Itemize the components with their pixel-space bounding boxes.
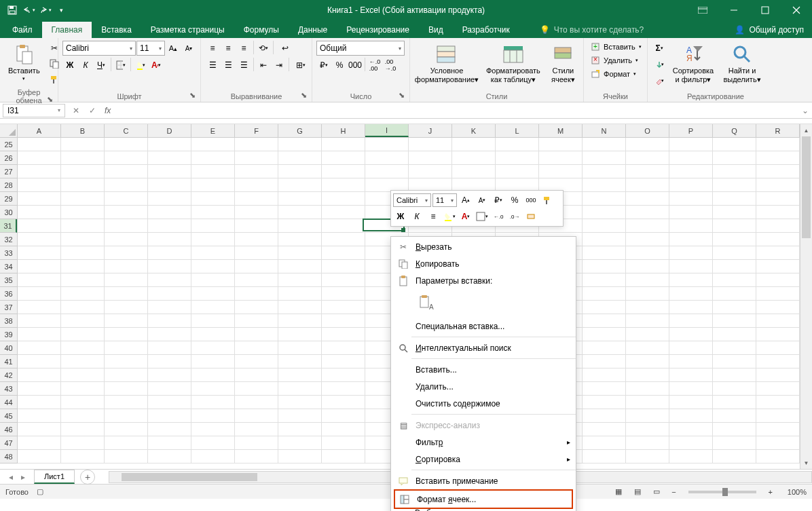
column-header-D[interactable]: D — [148, 124, 191, 137]
align-center-icon[interactable]: ☰ — [221, 58, 236, 73]
sheet-next-icon[interactable]: ▸ — [18, 472, 29, 482]
ctx-delete[interactable]: Удалить... — [391, 378, 576, 395]
enter-formula-icon[interactable]: ✓ — [84, 104, 100, 117]
mini-inc-decimal-icon[interactable]: ←.0 — [491, 209, 506, 224]
mini-bold-icon[interactable]: Ж — [393, 209, 408, 224]
mini-dec-decimal-icon[interactable]: .0→ — [507, 209, 522, 224]
tell-me-search[interactable]: 💡 Что вы хотите сделать? — [533, 22, 651, 38]
tab-formulas[interactable]: Формулы — [234, 22, 289, 38]
font-color-icon[interactable]: А▾ — [149, 58, 164, 73]
currency-icon[interactable]: ₽▾ — [316, 58, 331, 73]
increase-font-icon[interactable]: A▴ — [166, 41, 181, 56]
autosum-icon[interactable]: Σ▾ — [652, 41, 667, 56]
mini-size-combo[interactable]: 11▾ — [432, 193, 457, 207]
macro-record-icon[interactable]: ▢ — [37, 487, 43, 496]
fx-icon[interactable]: fx — [105, 106, 111, 115]
row-header-39[interactable]: 39 — [0, 328, 17, 341]
mini-fill-color-icon[interactable]: ▾ — [442, 209, 457, 224]
decrease-decimal-icon[interactable]: .00→.0 — [383, 58, 398, 73]
tab-view[interactable]: Вид — [419, 22, 453, 38]
row-header-35[interactable]: 35 — [0, 273, 17, 287]
column-header-F[interactable]: F — [235, 124, 278, 137]
row-header-44[interactable]: 44 — [0, 396, 17, 409]
ctx-insert[interactable]: Вставить... — [391, 361, 576, 378]
italic-icon[interactable]: К — [78, 58, 93, 73]
column-header-A[interactable]: A — [18, 124, 61, 137]
cell-styles-button[interactable]: Стилиячеек▾ — [547, 41, 579, 87]
row-header-37[interactable]: 37 — [0, 301, 17, 314]
row-header-47[interactable]: 47 — [0, 436, 17, 450]
row-header-29[interactable]: 29 — [0, 192, 17, 206]
mini-decrease-font-icon[interactable]: A▾ — [475, 193, 490, 208]
wrap-text-icon[interactable]: ↩ — [276, 41, 295, 56]
mini-font-color-icon[interactable]: А▾ — [458, 209, 473, 224]
tab-data[interactable]: Данные — [289, 22, 337, 38]
row-header-40[interactable]: 40 — [0, 341, 17, 355]
ctx-copy[interactable]: Копировать — [391, 255, 576, 272]
row-header-41[interactable]: 41 — [0, 355, 17, 368]
maximize-icon[interactable] — [750, 0, 781, 20]
align-bottom-icon[interactable]: ≡ — [236, 41, 251, 56]
mini-borders-icon[interactable]: ▾ — [475, 209, 490, 224]
name-box[interactable]: I31▾ — [3, 104, 65, 117]
number-launcher-icon[interactable]: ⬊ — [397, 91, 405, 99]
column-header-C[interactable]: C — [105, 124, 148, 137]
format-as-table-button[interactable]: Форматироватькак таблицу▾ — [482, 41, 545, 87]
select-all-button[interactable] — [0, 124, 18, 138]
sheet-tab[interactable]: Лист1 — [34, 470, 75, 484]
fill-icon[interactable]: ▾ — [652, 57, 667, 72]
font-size-combo[interactable]: 11▾ — [136, 41, 165, 56]
row-header-43[interactable]: 43 — [0, 382, 17, 396]
minimize-icon[interactable] — [718, 0, 750, 20]
row-header-45[interactable]: 45 — [0, 409, 17, 423]
increase-decimal-icon[interactable]: ←.0.00 — [367, 58, 382, 73]
find-select-button[interactable]: Найти ивыделить▾ — [720, 41, 764, 87]
fill-color-icon[interactable]: ▾ — [133, 58, 148, 73]
tab-review[interactable]: Рецензирование — [337, 22, 419, 38]
align-top-icon[interactable]: ≡ — [205, 41, 220, 56]
percent-icon[interactable]: % — [332, 58, 347, 73]
align-middle-icon[interactable]: ≡ — [221, 41, 236, 56]
delete-cells-button[interactable]: × Удалить ▾ — [588, 54, 646, 67]
column-header-J[interactable]: J — [409, 124, 452, 137]
redo-icon[interactable]: ▾ — [38, 3, 52, 17]
row-header-33[interactable]: 33 — [0, 246, 17, 260]
row-header-42[interactable]: 42 — [0, 368, 17, 382]
ctx-insert-comment[interactable]: Вставить примечание — [391, 472, 576, 489]
mini-align-icon[interactable]: ≡ — [426, 209, 441, 224]
normal-view-icon[interactable]: ▦ — [610, 486, 627, 498]
sort-filter-button[interactable]: АЯ Сортировкаи фильтр▾ — [669, 41, 717, 87]
merge-icon[interactable]: ⊞▾ — [291, 58, 310, 73]
tab-developer[interactable]: Разработчик — [453, 22, 519, 38]
sheet-prev-icon[interactable]: ◂ — [5, 472, 16, 482]
tab-insert[interactable]: Вставка — [92, 22, 141, 38]
align-right-icon[interactable]: ☰ — [236, 58, 251, 73]
alignment-launcher-icon[interactable]: ⬊ — [299, 91, 308, 99]
align-left-icon[interactable]: ☰ — [205, 58, 220, 73]
row-header-32[interactable]: 32 — [0, 233, 17, 246]
column-header-H[interactable]: H — [322, 124, 365, 137]
increase-indent-icon[interactable]: ⇥ — [272, 58, 287, 73]
mini-font-combo[interactable]: Calibri▾ — [393, 193, 431, 207]
row-header-36[interactable]: 36 — [0, 287, 17, 301]
bold-icon[interactable]: Ж — [62, 58, 77, 73]
save-icon[interactable] — [5, 3, 19, 17]
row-header-38[interactable]: 38 — [0, 314, 17, 328]
ctx-paste-special[interactable]: Специальная вставка... — [391, 318, 576, 335]
row-header-31[interactable]: 31 — [0, 219, 17, 233]
zoom-level[interactable]: 100% — [779, 488, 807, 496]
column-header-O[interactable]: O — [626, 124, 669, 137]
underline-icon[interactable]: Ч▾ — [94, 58, 109, 73]
column-header-B[interactable]: B — [61, 124, 105, 137]
row-header-25[interactable]: 25 — [0, 138, 17, 151]
column-header-Q[interactable]: Q — [713, 124, 756, 137]
number-format-combo[interactable]: Общий▾ — [316, 41, 405, 56]
column-header-R[interactable]: R — [756, 124, 800, 137]
mini-painter-icon[interactable] — [540, 193, 555, 208]
column-header-G[interactable]: G — [278, 124, 322, 137]
undo-icon[interactable]: ▾ — [22, 3, 35, 17]
orientation-icon[interactable]: ⟲▾ — [256, 41, 271, 56]
row-header-28[interactable]: 28 — [0, 178, 17, 192]
format-cells-button[interactable]: Формат ▾ — [588, 68, 646, 80]
row-header-34[interactable]: 34 — [0, 260, 17, 273]
